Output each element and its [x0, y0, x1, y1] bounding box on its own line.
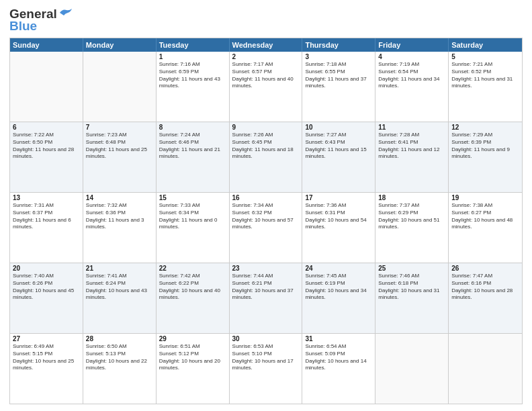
day-number: 2: [232, 53, 300, 60]
day-cell-14: 14Sunrise: 7:32 AM Sunset: 6:36 PM Dayli…: [83, 193, 157, 263]
day-info: Sunrise: 7:28 AM Sunset: 6:41 PM Dayligh…: [378, 132, 445, 161]
calendar-row-2: 13Sunrise: 7:31 AM Sunset: 6:37 PM Dayli…: [10, 192, 522, 263]
day-cell-4: 4Sunrise: 7:19 AM Sunset: 6:54 PM Daylig…: [375, 52, 449, 122]
day-number: 27: [13, 335, 80, 342]
day-cell-22: 22Sunrise: 7:42 AM Sunset: 6:22 PM Dayli…: [157, 263, 230, 333]
day-number: 13: [13, 194, 80, 201]
day-number: 31: [305, 335, 372, 342]
day-number: 3: [305, 53, 372, 60]
empty-cell-r4c6: [449, 334, 522, 404]
day-cell-5: 5Sunrise: 7:21 AM Sunset: 6:52 PM Daylig…: [449, 52, 522, 122]
day-number: 12: [451, 124, 519, 131]
weekday-header-friday: Friday: [375, 38, 449, 52]
empty-cell-r0c1: [83, 52, 157, 122]
day-number: 25: [378, 265, 445, 272]
day-number: 17: [305, 194, 372, 201]
day-info: Sunrise: 7:22 AM Sunset: 6:50 PM Dayligh…: [13, 132, 80, 161]
day-info: Sunrise: 7:18 AM Sunset: 6:55 PM Dayligh…: [305, 61, 372, 90]
weekday-header-wednesday: Wednesday: [230, 38, 303, 52]
empty-cell-r4c5: [375, 334, 449, 404]
day-cell-23: 23Sunrise: 7:44 AM Sunset: 6:21 PM Dayli…: [230, 263, 303, 333]
day-cell-10: 10Sunrise: 7:27 AM Sunset: 6:43 PM Dayli…: [302, 122, 375, 192]
day-info: Sunrise: 7:42 AM Sunset: 6:22 PM Dayligh…: [159, 273, 226, 302]
day-info: Sunrise: 7:26 AM Sunset: 6:45 PM Dayligh…: [232, 132, 300, 161]
day-info: Sunrise: 7:45 AM Sunset: 6:19 PM Dayligh…: [305, 273, 372, 302]
header: General Blue: [9, 7, 523, 34]
calendar: SundayMondayTuesdayWednesdayThursdayFrid…: [9, 38, 523, 404]
day-info: Sunrise: 7:24 AM Sunset: 6:46 PM Dayligh…: [159, 132, 226, 161]
day-cell-1: 1Sunrise: 7:16 AM Sunset: 6:59 PM Daylig…: [157, 52, 230, 122]
logo-bird-icon: [58, 7, 73, 18]
day-cell-7: 7Sunrise: 7:23 AM Sunset: 6:48 PM Daylig…: [83, 122, 157, 192]
day-cell-24: 24Sunrise: 7:45 AM Sunset: 6:19 PM Dayli…: [302, 263, 375, 333]
logo-blue: Blue: [9, 19, 37, 34]
day-cell-18: 18Sunrise: 7:37 AM Sunset: 6:29 PM Dayli…: [375, 193, 449, 263]
day-info: Sunrise: 7:32 AM Sunset: 6:36 PM Dayligh…: [86, 202, 153, 231]
day-number: 15: [159, 194, 226, 201]
day-cell-16: 16Sunrise: 7:34 AM Sunset: 6:32 PM Dayli…: [230, 193, 303, 263]
weekday-header-tuesday: Tuesday: [157, 38, 230, 52]
day-info: Sunrise: 7:21 AM Sunset: 6:52 PM Dayligh…: [451, 61, 519, 90]
day-cell-29: 29Sunrise: 6:51 AM Sunset: 5:12 PM Dayli…: [157, 334, 230, 404]
logo: General Blue: [9, 7, 73, 34]
day-info: Sunrise: 7:38 AM Sunset: 6:27 PM Dayligh…: [451, 202, 519, 231]
day-info: Sunrise: 7:29 AM Sunset: 6:39 PM Dayligh…: [451, 132, 519, 161]
calendar-row-4: 27Sunrise: 6:49 AM Sunset: 5:15 PM Dayli…: [10, 333, 522, 404]
day-number: 18: [378, 194, 445, 201]
day-cell-15: 15Sunrise: 7:33 AM Sunset: 6:34 PM Dayli…: [157, 193, 230, 263]
day-number: 8: [159, 124, 226, 131]
day-number: 11: [378, 124, 445, 131]
day-cell-27: 27Sunrise: 6:49 AM Sunset: 5:15 PM Dayli…: [10, 334, 83, 404]
day-info: Sunrise: 7:41 AM Sunset: 6:24 PM Dayligh…: [86, 273, 153, 302]
day-info: Sunrise: 6:53 AM Sunset: 5:10 PM Dayligh…: [232, 343, 300, 372]
day-cell-8: 8Sunrise: 7:24 AM Sunset: 6:46 PM Daylig…: [157, 122, 230, 192]
day-info: Sunrise: 7:40 AM Sunset: 6:26 PM Dayligh…: [13, 273, 80, 302]
day-number: 21: [86, 265, 153, 272]
weekday-header-sunday: Sunday: [10, 38, 83, 52]
day-cell-9: 9Sunrise: 7:26 AM Sunset: 6:45 PM Daylig…: [230, 122, 303, 192]
day-cell-12: 12Sunrise: 7:29 AM Sunset: 6:39 PM Dayli…: [449, 122, 522, 192]
day-number: 7: [86, 124, 153, 131]
day-info: Sunrise: 6:50 AM Sunset: 5:13 PM Dayligh…: [86, 343, 153, 372]
weekday-header-saturday: Saturday: [449, 38, 522, 52]
day-cell-20: 20Sunrise: 7:40 AM Sunset: 6:26 PM Dayli…: [10, 263, 83, 333]
day-cell-11: 11Sunrise: 7:28 AM Sunset: 6:41 PM Dayli…: [375, 122, 449, 192]
day-cell-30: 30Sunrise: 6:53 AM Sunset: 5:10 PM Dayli…: [230, 334, 303, 404]
day-info: Sunrise: 7:31 AM Sunset: 6:37 PM Dayligh…: [13, 202, 80, 231]
day-info: Sunrise: 7:36 AM Sunset: 6:31 PM Dayligh…: [305, 202, 372, 231]
day-cell-19: 19Sunrise: 7:38 AM Sunset: 6:27 PM Dayli…: [449, 193, 522, 263]
day-info: Sunrise: 7:23 AM Sunset: 6:48 PM Dayligh…: [86, 132, 153, 161]
day-number: 16: [232, 194, 300, 201]
day-number: 20: [13, 265, 80, 272]
day-info: Sunrise: 7:37 AM Sunset: 6:29 PM Dayligh…: [378, 202, 445, 231]
day-number: 19: [451, 194, 519, 201]
day-number: 24: [305, 265, 372, 272]
day-number: 5: [451, 53, 519, 60]
page: General Blue SundayMondayTuesdayWednesda…: [0, 0, 532, 411]
day-number: 9: [232, 124, 300, 131]
day-cell-13: 13Sunrise: 7:31 AM Sunset: 6:37 PM Dayli…: [10, 193, 83, 263]
day-info: Sunrise: 7:44 AM Sunset: 6:21 PM Dayligh…: [232, 273, 300, 302]
day-info: Sunrise: 6:51 AM Sunset: 5:12 PM Dayligh…: [159, 343, 226, 372]
empty-cell-r0c0: [10, 52, 83, 122]
weekday-header-monday: Monday: [83, 38, 157, 52]
day-number: 4: [378, 53, 445, 60]
day-info: Sunrise: 7:46 AM Sunset: 6:18 PM Dayligh…: [378, 273, 445, 302]
day-info: Sunrise: 6:49 AM Sunset: 5:15 PM Dayligh…: [13, 343, 80, 372]
day-number: 1: [159, 53, 226, 60]
day-cell-2: 2Sunrise: 7:17 AM Sunset: 6:57 PM Daylig…: [230, 52, 303, 122]
day-info: Sunrise: 7:27 AM Sunset: 6:43 PM Dayligh…: [305, 132, 372, 161]
day-cell-6: 6Sunrise: 7:22 AM Sunset: 6:50 PM Daylig…: [10, 122, 83, 192]
calendar-body: 1Sunrise: 7:16 AM Sunset: 6:59 PM Daylig…: [10, 52, 522, 404]
day-info: Sunrise: 6:54 AM Sunset: 5:09 PM Dayligh…: [305, 343, 372, 372]
day-number: 10: [305, 124, 372, 131]
weekday-header-thursday: Thursday: [302, 38, 375, 52]
calendar-header: SundayMondayTuesdayWednesdayThursdayFrid…: [10, 38, 522, 52]
day-info: Sunrise: 7:33 AM Sunset: 6:34 PM Dayligh…: [159, 202, 226, 231]
day-info: Sunrise: 7:34 AM Sunset: 6:32 PM Dayligh…: [232, 202, 300, 231]
day-number: 28: [86, 335, 153, 342]
day-cell-17: 17Sunrise: 7:36 AM Sunset: 6:31 PM Dayli…: [302, 193, 375, 263]
day-info: Sunrise: 7:19 AM Sunset: 6:54 PM Dayligh…: [378, 61, 445, 90]
day-info: Sunrise: 7:47 AM Sunset: 6:16 PM Dayligh…: [451, 273, 519, 302]
day-number: 29: [159, 335, 226, 342]
